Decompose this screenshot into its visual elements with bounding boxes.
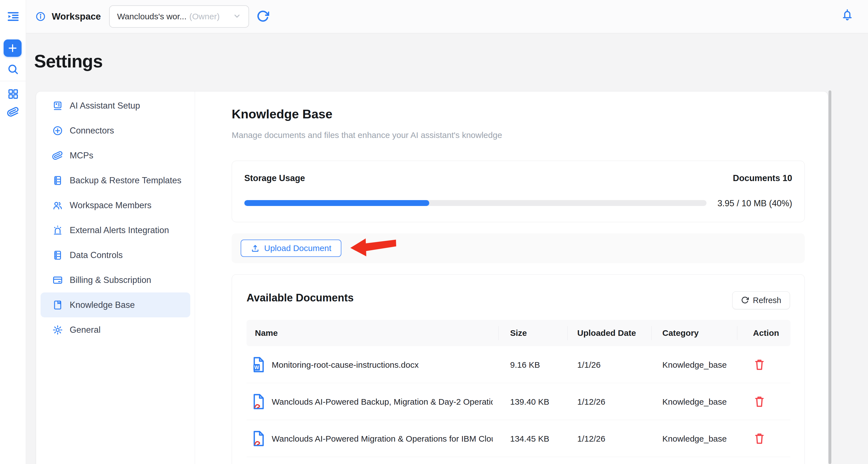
page-title: Settings [34,51,102,72]
word-document-icon: W [252,357,265,374]
rail-divider [0,81,26,81]
nav-item-label: Data Controls [70,250,123,260]
table-row: W Monitoring-root-cause-instructions.doc… [247,346,790,383]
documents-table-header: Name Size Uploaded Date Category Action [247,320,790,346]
nav-item-data-controls[interactable]: Data Controls [40,243,190,268]
storage-progress-fill [244,200,429,206]
annotation-arrow-icon [349,235,397,260]
attachments-icon[interactable] [0,105,26,119]
new-chat-button[interactable] [4,39,22,57]
available-documents-title: Available Documents [247,292,354,304]
nav-item-connectors[interactable]: Connectors [40,118,190,143]
nav-item-label: AI Assistant Setup [70,101,140,111]
settings-nav: AI Assistant Setup Connectors MCPs [36,92,195,464]
storage-usage-card: Storage Usage Documents 10 3.95 / 10 MB … [232,161,805,222]
workspace-selector-role: (Owner) [189,12,220,21]
workspace-label: Workspace [52,11,101,22]
document-category: Knowledge_base [662,434,727,443]
pdf-document-icon [252,394,265,410]
column-header-uploaded-date: Uploaded Date [577,328,636,338]
column-header-category: Category [662,328,699,338]
document-uploaded-date: 1/12/26 [577,397,605,407]
nav-item-label: General [70,325,100,335]
nav-item-workspace-members[interactable]: Workspace Members [40,193,190,218]
document-name: Monitoring-root-cause-instructions.docx [272,360,418,370]
database-icon [52,250,63,260]
upload-document-button[interactable]: Upload Document [241,240,341,257]
apps-grid-icon[interactable] [0,87,26,101]
nav-item-label: Billing & Subscription [70,275,151,285]
credit-card-icon [52,275,63,285]
column-header-size: Size [510,328,527,338]
document-uploaded-date: 1/12/26 [577,434,605,443]
nav-item-label: Workspace Members [70,200,151,211]
paperclip-icon [52,150,63,161]
nav-item-ai-assistant-setup[interactable]: AI Assistant Setup [40,93,190,118]
pdf-document-icon [252,431,265,447]
document-name: Wanclouds AI-Powered Backup, Migration &… [272,397,493,407]
document-name: Wanclouds AI-Powered Migration & Operati… [272,434,493,443]
book-bookmark-icon [52,300,63,310]
svg-text:W: W [254,365,259,370]
nav-item-general[interactable]: General [40,317,190,342]
chevron-down-icon [233,12,241,21]
section-subheading: Manage documents and files that enhance … [232,130,502,140]
column-header-name: Name [255,328,278,338]
left-rail [0,0,26,464]
document-uploaded-date: 1/1/26 [577,360,600,370]
search-icon[interactable] [0,62,26,77]
upload-panel: Upload Document [232,234,805,263]
nav-item-label: Knowledge Base [70,300,135,310]
users-icon [52,200,63,211]
nav-item-backup-restore-templates[interactable]: Backup & Restore Templates [40,168,190,193]
document-size: 139.40 KB [510,397,549,407]
delete-document-button[interactable] [753,396,767,408]
nav-item-knowledge-base[interactable]: Knowledge Base [40,292,190,317]
nav-item-label: Backup & Restore Templates [70,176,181,186]
plus-circle-icon [52,125,63,136]
siren-icon [52,225,63,236]
nav-item-label: External Alerts Integration [70,225,169,235]
document-size: 134.45 KB [510,434,549,443]
document-size: 9.16 KB [510,360,540,370]
vertical-scrollbar[interactable] [829,90,831,464]
documents-table: Name Size Uploaded Date Category Action … [247,320,790,457]
column-separator [567,326,568,340]
section-heading: Knowledge Base [232,107,333,121]
storage-progress-track [244,200,707,206]
notifications-bell-icon[interactable] [841,8,854,24]
refresh-label: Refresh [753,296,781,305]
table-row: Wanclouds AI-Powered Backup, Migration &… [247,383,790,420]
storage-usage-title: Storage Usage [244,173,305,183]
document-category: Knowledge_base [662,397,727,407]
workspace-refresh-icon[interactable] [256,10,269,23]
column-separator [498,326,499,340]
storage-usage-value: 3.95 / 10 MB (40%) [717,198,792,209]
delete-document-button[interactable] [753,432,767,445]
column-separator [737,326,737,340]
documents-count: Documents 10 [733,173,792,183]
nav-item-external-alerts-integration[interactable]: External Alerts Integration [40,218,190,243]
table-row: Wanclouds AI-Powered Migration & Operati… [247,420,790,457]
available-documents-card: Available Documents Refresh Name Size Up… [232,274,805,464]
nav-item-billing-subscription[interactable]: Billing & Subscription [40,268,190,292]
server-icon [52,175,63,186]
workspace-selector[interactable]: Wanclouds's wor... (Owner) [109,5,249,28]
workspace-selector-value: Wanclouds's wor... [117,12,186,21]
refresh-icon [741,297,749,304]
column-header-action: Action [753,328,779,338]
nav-item-mcps[interactable]: MCPs [40,143,190,168]
topbar: Workspace Wanclouds's wor... (Owner) [26,0,868,33]
upload-icon [251,244,260,253]
refresh-button[interactable]: Refresh [732,291,790,309]
column-separator [651,326,652,340]
nav-item-label: Connectors [70,126,114,136]
nav-item-label: MCPs [70,151,93,161]
sidebar-toggle-icon[interactable] [0,9,26,24]
document-category: Knowledge_base [662,360,727,370]
delete-document-button[interactable] [753,359,767,371]
upload-document-label: Upload Document [264,244,331,253]
info-icon[interactable] [35,11,45,22]
robot-icon [52,100,63,111]
gear-icon [52,324,63,335]
